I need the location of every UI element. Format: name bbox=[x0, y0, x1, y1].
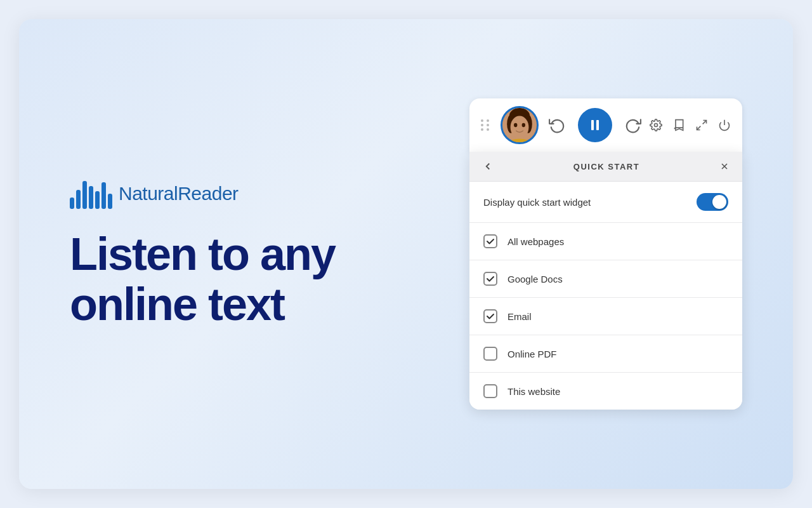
back-button[interactable] bbox=[482, 161, 494, 172]
checkbox-row-google-docs[interactable]: Google Docs bbox=[469, 260, 742, 298]
wave-bar-7 bbox=[108, 194, 112, 209]
power-button[interactable] bbox=[718, 119, 731, 131]
checkbox-label-this-website: This website bbox=[508, 386, 560, 397]
quick-start-panel: QUICK START Display quick start widget bbox=[469, 152, 742, 410]
quick-start-header: QUICK START bbox=[469, 152, 742, 182]
pause-button[interactable] bbox=[578, 108, 612, 142]
checkbox-all-webpages[interactable] bbox=[483, 234, 497, 248]
hero-text: Listen to any online text bbox=[70, 229, 335, 330]
checkbox-row-all-webpages[interactable]: All webpages bbox=[469, 223, 742, 260]
checkbox-row-online-pdf[interactable]: Online PDF bbox=[469, 335, 742, 373]
wave-bar-2 bbox=[76, 190, 81, 209]
player-bar bbox=[469, 98, 742, 152]
svg-point-6 bbox=[522, 123, 525, 127]
svg-line-13 bbox=[697, 126, 701, 130]
settings-button[interactable] bbox=[650, 119, 662, 131]
close-button[interactable] bbox=[719, 161, 730, 171]
logo-waves-icon bbox=[70, 178, 112, 209]
main-card: NaturalReader Listen to any online text bbox=[19, 19, 793, 489]
drag-handle-icon[interactable] bbox=[481, 119, 490, 131]
toggle-row[interactable]: Display quick start widget bbox=[469, 182, 742, 223]
quick-start-title: QUICK START bbox=[573, 162, 639, 171]
svg-rect-10 bbox=[596, 120, 599, 130]
checkbox-this-website[interactable] bbox=[483, 384, 497, 398]
logo: NaturalReader bbox=[70, 178, 239, 209]
svg-point-11 bbox=[655, 124, 658, 127]
wave-bar-4 bbox=[89, 186, 93, 209]
toggle-label: Display quick start widget bbox=[483, 197, 591, 208]
player-icons bbox=[650, 119, 731, 131]
checkbox-online-pdf[interactable] bbox=[483, 347, 497, 361]
checkbox-row-email[interactable]: Email bbox=[469, 298, 742, 335]
logo-text: NaturalReader bbox=[119, 183, 239, 204]
wave-bar-6 bbox=[102, 182, 106, 209]
display-widget-toggle[interactable] bbox=[697, 193, 728, 211]
wave-bar-1 bbox=[70, 197, 74, 209]
svg-line-12 bbox=[703, 121, 707, 124]
rewind-button[interactable] bbox=[549, 117, 565, 133]
checkbox-label-all-webpages: All webpages bbox=[508, 236, 564, 247]
widget-container: QUICK START Display quick start widget bbox=[469, 98, 742, 410]
bookmark-button[interactable] bbox=[672, 119, 685, 131]
svg-point-4 bbox=[511, 116, 529, 139]
player-left bbox=[481, 106, 641, 144]
hero-line1: Listen to any bbox=[70, 229, 335, 279]
avatar bbox=[501, 106, 539, 144]
wave-bar-3 bbox=[82, 181, 87, 209]
svg-point-5 bbox=[514, 123, 517, 127]
player-controls bbox=[549, 108, 641, 142]
checkbox-label-google-docs: Google Docs bbox=[508, 274, 563, 284]
checkbox-row-this-website[interactable]: This website bbox=[469, 373, 742, 410]
expand-button[interactable] bbox=[695, 119, 708, 131]
svg-rect-9 bbox=[591, 120, 594, 130]
checkbox-google-docs[interactable] bbox=[483, 272, 497, 286]
forward-button[interactable] bbox=[625, 117, 641, 133]
checkbox-email[interactable] bbox=[483, 309, 497, 323]
checkbox-label-online-pdf: Online PDF bbox=[508, 349, 557, 359]
wave-bar-5 bbox=[95, 191, 100, 209]
checkbox-label-email: Email bbox=[508, 311, 532, 322]
hero-line2: online text bbox=[70, 279, 335, 330]
